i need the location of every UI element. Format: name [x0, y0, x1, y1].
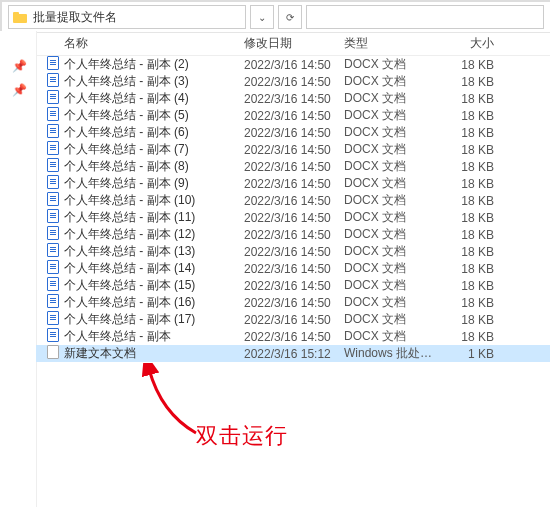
- file-date: 2022/3/16 14:50: [244, 109, 344, 123]
- file-row[interactable]: 个人年终总结 - 副本 (2)2022/3/16 14:50DOCX 文档18 …: [36, 56, 550, 73]
- address-box[interactable]: 批量提取文件名: [8, 5, 246, 29]
- file-type: DOCX 文档: [344, 260, 434, 277]
- file-name: 个人年终总结 - 副本 (11): [64, 209, 244, 226]
- search-box[interactable]: [306, 5, 544, 29]
- file-row[interactable]: 个人年终总结 - 副本 (16)2022/3/16 14:50DOCX 文档18…: [36, 294, 550, 311]
- file-row[interactable]: 个人年终总结 - 副本 (8)2022/3/16 14:50DOCX 文档18 …: [36, 158, 550, 175]
- file-size: 18 KB: [434, 177, 504, 191]
- file-name: 个人年终总结 - 副本 (2): [64, 56, 244, 73]
- pin-icon: 📌: [12, 59, 27, 73]
- file-row[interactable]: 个人年终总结 - 副本 (7)2022/3/16 14:50DOCX 文档18 …: [36, 141, 550, 158]
- file-size: 18 KB: [434, 58, 504, 72]
- column-header-type[interactable]: 类型: [344, 35, 434, 52]
- file-rows: 个人年终总结 - 副本 (2)2022/3/16 14:50DOCX 文档18 …: [36, 56, 550, 362]
- file-date: 2022/3/16 14:50: [244, 92, 344, 106]
- file-type: DOCX 文档: [344, 158, 434, 175]
- file-name: 个人年终总结 - 副本 (15): [64, 277, 244, 294]
- refresh-button[interactable]: ⟳: [278, 5, 302, 29]
- file-size: 18 KB: [434, 245, 504, 259]
- file-row[interactable]: 个人年终总结 - 副本 (6)2022/3/16 14:50DOCX 文档18 …: [36, 124, 550, 141]
- file-size: 18 KB: [434, 160, 504, 174]
- annotation-text: 双击运行: [196, 421, 288, 451]
- word-doc-icon: [46, 277, 60, 294]
- word-doc-icon: [46, 243, 60, 260]
- word-doc-icon: [46, 141, 60, 158]
- word-doc-icon: [46, 124, 60, 141]
- file-size: 1 KB: [434, 347, 504, 361]
- file-name: 个人年终总结 - 副本 (7): [64, 141, 244, 158]
- word-doc-icon: [46, 260, 60, 277]
- file-date: 2022/3/16 14:50: [244, 296, 344, 310]
- word-doc-icon: [46, 209, 60, 226]
- file-name: 个人年终总结 - 副本 (13): [64, 243, 244, 260]
- file-date: 2022/3/16 14:50: [244, 262, 344, 276]
- file-size: 18 KB: [434, 330, 504, 344]
- text-file-icon: [46, 345, 60, 362]
- column-header-name[interactable]: 名称: [64, 35, 244, 52]
- file-name: 个人年终总结 - 副本 (14): [64, 260, 244, 277]
- file-type: Windows 批处理...: [344, 345, 434, 362]
- file-type: DOCX 文档: [344, 124, 434, 141]
- file-name: 个人年终总结 - 副本 (6): [64, 124, 244, 141]
- file-type: DOCX 文档: [344, 294, 434, 311]
- history-dropdown-button[interactable]: ⌄: [250, 5, 274, 29]
- folder-icon: [13, 12, 27, 23]
- file-date: 2022/3/16 14:50: [244, 211, 344, 225]
- file-name: 个人年终总结 - 副本 (17): [64, 311, 244, 328]
- file-type: DOCX 文档: [344, 56, 434, 73]
- file-date: 2022/3/16 14:50: [244, 228, 344, 242]
- file-name: 个人年终总结 - 副本: [64, 328, 244, 345]
- file-name: 新建文本文档: [64, 345, 244, 362]
- column-header-size[interactable]: 大小: [434, 35, 504, 52]
- file-size: 18 KB: [434, 75, 504, 89]
- file-type: DOCX 文档: [344, 209, 434, 226]
- file-date: 2022/3/16 14:50: [244, 75, 344, 89]
- file-size: 18 KB: [434, 262, 504, 276]
- file-row[interactable]: 个人年终总结 - 副本 (11)2022/3/16 14:50DOCX 文档18…: [36, 209, 550, 226]
- file-name: 个人年终总结 - 副本 (3): [64, 73, 244, 90]
- file-size: 18 KB: [434, 296, 504, 310]
- file-size: 18 KB: [434, 143, 504, 157]
- file-name: 个人年终总结 - 副本 (9): [64, 175, 244, 192]
- file-date: 2022/3/16 14:50: [244, 143, 344, 157]
- file-name: 个人年终总结 - 副本 (5): [64, 107, 244, 124]
- column-header-date[interactable]: 修改日期: [244, 35, 344, 52]
- file-row[interactable]: 新建文本文档2022/3/16 15:12Windows 批处理...1 KB: [36, 345, 550, 362]
- file-name: 个人年终总结 - 副本 (8): [64, 158, 244, 175]
- word-doc-icon: [46, 56, 60, 73]
- file-size: 18 KB: [434, 126, 504, 140]
- file-type: DOCX 文档: [344, 226, 434, 243]
- file-date: 2022/3/16 14:50: [244, 177, 344, 191]
- file-date: 2022/3/16 14:50: [244, 245, 344, 259]
- file-row[interactable]: 个人年终总结 - 副本 (15)2022/3/16 14:50DOCX 文档18…: [36, 277, 550, 294]
- file-row[interactable]: 个人年终总结 - 副本 (3)2022/3/16 14:50DOCX 文档18 …: [36, 73, 550, 90]
- file-row[interactable]: 个人年终总结 - 副本2022/3/16 14:50DOCX 文档18 KB: [36, 328, 550, 345]
- word-doc-icon: [46, 294, 60, 311]
- file-row[interactable]: 个人年终总结 - 副本 (4)2022/3/16 14:50DOCX 文档18 …: [36, 90, 550, 107]
- file-name: 个人年终总结 - 副本 (12): [64, 226, 244, 243]
- file-date: 2022/3/16 14:50: [244, 194, 344, 208]
- file-row[interactable]: 个人年终总结 - 副本 (14)2022/3/16 14:50DOCX 文档18…: [36, 260, 550, 277]
- file-date: 2022/3/16 14:50: [244, 126, 344, 140]
- file-row[interactable]: 个人年终总结 - 副本 (12)2022/3/16 14:50DOCX 文档18…: [36, 226, 550, 243]
- file-row[interactable]: 个人年终总结 - 副本 (17)2022/3/16 14:50DOCX 文档18…: [36, 311, 550, 328]
- file-type: DOCX 文档: [344, 141, 434, 158]
- file-row[interactable]: 个人年终总结 - 副本 (13)2022/3/16 14:50DOCX 文档18…: [36, 243, 550, 260]
- word-doc-icon: [46, 107, 60, 124]
- word-doc-icon: [46, 311, 60, 328]
- file-size: 18 KB: [434, 211, 504, 225]
- file-row[interactable]: 个人年终总结 - 副本 (10)2022/3/16 14:50DOCX 文档18…: [36, 192, 550, 209]
- file-date: 2022/3/16 14:50: [244, 58, 344, 72]
- file-row[interactable]: 个人年终总结 - 副本 (5)2022/3/16 14:50DOCX 文档18 …: [36, 107, 550, 124]
- file-date: 2022/3/16 14:50: [244, 160, 344, 174]
- file-type: DOCX 文档: [344, 277, 434, 294]
- file-type: DOCX 文档: [344, 192, 434, 209]
- file-type: DOCX 文档: [344, 328, 434, 345]
- column-headers: 名称 修改日期 类型 大小: [36, 31, 550, 56]
- word-doc-icon: [46, 226, 60, 243]
- file-size: 18 KB: [434, 92, 504, 106]
- file-row[interactable]: 个人年终总结 - 副本 (9)2022/3/16 14:50DOCX 文档18 …: [36, 175, 550, 192]
- file-type: DOCX 文档: [344, 175, 434, 192]
- current-folder-name: 批量提取文件名: [33, 9, 117, 26]
- file-size: 18 KB: [434, 279, 504, 293]
